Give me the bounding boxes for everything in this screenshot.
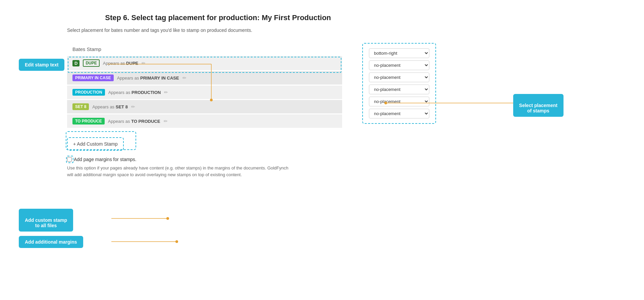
stamp-left-toproduce: TO PRODUCE Appears as TO PRODUCE ✏: [72, 118, 337, 124]
badge-toproduce: TO PRODUCE: [72, 118, 105, 124]
bates-row: Bates Stamp: [67, 43, 342, 55]
page-title: Step 6. Select tag placement for product…: [67, 13, 369, 22]
edit-icon-primary[interactable]: ✏: [182, 75, 186, 81]
edit-icon-set8[interactable]: ✏: [131, 104, 135, 109]
stamp-row-primary: PRIMARY IN CASE Appears as PRIMARY IN CA…: [67, 71, 342, 85]
badge-primary: PRIMARY IN CASE: [72, 74, 114, 81]
appears-as-primary: Appears as PRIMARY IN CASE: [117, 76, 179, 81]
placement-panel-box: bottom-right bottom-left bottom-center t…: [362, 43, 436, 124]
add-stamp-container: + Add Custom Stamp: [67, 133, 342, 151]
dupe-placement-select[interactable]: no-placement top-left top-center top-rig…: [369, 60, 429, 70]
bates-placement-select[interactable]: bottom-right bottom-left bottom-center t…: [369, 48, 429, 58]
badge-dupe-letter: D: [72, 60, 79, 66]
stamp-left-dupe: D DUPE Appears as DUPE ✏: [72, 59, 337, 67]
add-stamp-label: + Add Custom Stamp: [73, 141, 118, 147]
appears-as-dupe: Appears as DUPE: [103, 61, 139, 66]
help-text: Use this option if your pages already ha…: [67, 165, 295, 178]
stamp-row-toproduce: TO PRODUCE Appears as TO PRODUCE ✏: [67, 114, 342, 128]
edit-icon-toproduce[interactable]: ✏: [164, 118, 168, 124]
bates-label: Bates Stamp: [72, 46, 101, 52]
checkbox-label[interactable]: Add page margins for stamps.: [74, 157, 137, 162]
right-placement-panel: bottom-right bottom-left bottom-center t…: [362, 43, 436, 124]
badge-set8: SET 8: [72, 103, 89, 110]
toproduce-placement-select[interactable]: no-placement top-left top-center top-rig…: [369, 109, 429, 118]
appears-as-production: Appears as PRODUCTION: [108, 90, 161, 95]
primary-placement-select[interactable]: no-placement top-left top-center top-rig…: [369, 72, 429, 82]
checkbox-container: Add page margins for stamps.: [67, 157, 342, 162]
set8-placement-select[interactable]: no-placement top-left top-center top-rig…: [369, 97, 429, 106]
edit-icon-production[interactable]: ✏: [164, 90, 168, 95]
margins-checkbox[interactable]: [67, 157, 72, 162]
full-layout: Step 6. Select tag placement for product…: [67, 13, 436, 178]
subtitle: Select placement for bates number and ta…: [67, 28, 252, 33]
stamp-row-dupe: D DUPE Appears as DUPE ✏: [67, 56, 342, 70]
left-content: Bates Stamp D DUPE Appears as DUPE ✏: [67, 43, 342, 178]
stamp-row-set8: SET 8 Appears as SET 8 ✏: [67, 100, 342, 113]
edit-icon-dupe[interactable]: ✏: [142, 60, 146, 66]
stamp-left-set8: SET 8 Appears as SET 8 ✏: [72, 103, 337, 110]
add-stamp-button[interactable]: + Add Custom Stamp: [67, 137, 124, 151]
checkbox-row: Add page margins for stamps.: [67, 157, 342, 162]
appears-as-set8: Appears as SET 8: [92, 104, 128, 109]
stamp-row-production: PRODUCTION Appears as PRODUCTION ✏: [67, 86, 342, 99]
stamp-left-production: PRODUCTION Appears as PRODUCTION ✏: [72, 89, 337, 96]
badge-production: PRODUCTION: [72, 89, 105, 96]
content-row: Bates Stamp D DUPE Appears as DUPE ✏: [67, 43, 436, 178]
badge-dupe-text: DUPE: [83, 59, 99, 67]
page-container: Step 6. Select tag placement for product…: [0, 0, 644, 300]
production-placement-select[interactable]: no-placement top-left top-center top-rig…: [369, 85, 429, 94]
appears-as-toproduce: Appears as TO PRODUCE: [108, 119, 160, 124]
stamp-left-primary: PRIMARY IN CASE Appears as PRIMARY IN CA…: [72, 74, 337, 81]
stamp-rows-wrapper: D DUPE Appears as DUPE ✏ PRIMARY IN CASE…: [67, 56, 342, 128]
